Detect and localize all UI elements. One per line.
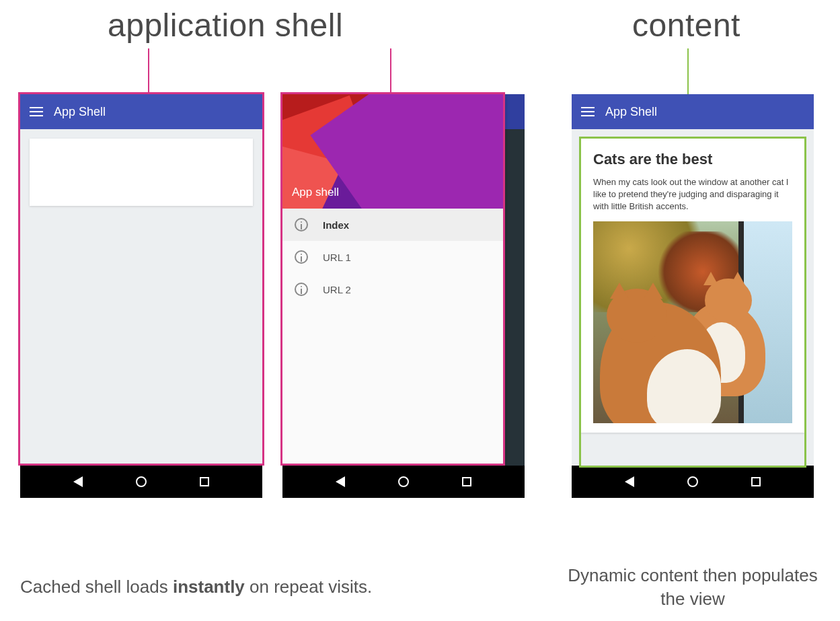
drawer-item-url1[interactable]: URL 1 (282, 241, 503, 273)
android-navbar (20, 466, 262, 498)
hamburger-icon[interactable] (581, 107, 595, 116)
content-card: Cats are the best When my cats look out … (581, 139, 804, 433)
caption-shell-strong: instantly (173, 577, 245, 597)
caption-shell: Cached shell loads instantly on repeat v… (20, 575, 504, 599)
phone-body: Cats are the best When my cats look out … (572, 129, 814, 466)
recents-icon[interactable] (462, 477, 471, 486)
back-icon[interactable] (73, 476, 83, 487)
android-navbar (572, 466, 814, 498)
phone-shell-empty: App Shell (20, 94, 262, 498)
home-icon[interactable] (687, 476, 698, 487)
phone-shell-drawer: App shell Index URL 1 URL (282, 94, 525, 498)
recents-icon[interactable] (200, 477, 209, 486)
placeholder-card (30, 139, 253, 206)
phone-content: App Shell Cats are the best When my cats… (572, 94, 814, 498)
article-title: Cats are the best (593, 151, 792, 168)
caption-shell-pre: Cached shell loads (20, 577, 173, 597)
label-application-shell: application shell (108, 7, 343, 44)
label-content: content (632, 7, 740, 44)
caption-shell-post: on repeat visits. (245, 577, 372, 597)
appbar-title: App Shell (605, 105, 657, 119)
info-icon (295, 218, 308, 231)
nav-drawer: App shell Index URL 1 URL (282, 94, 503, 466)
drawer-item-label: Index (323, 219, 349, 231)
drawer-header: App shell (282, 94, 503, 209)
connector-line-middle (390, 48, 391, 97)
phone-body (20, 129, 262, 466)
connector-line-left (148, 48, 149, 97)
home-icon[interactable] (136, 476, 147, 487)
article-body: When my cats look out the window at anot… (593, 176, 792, 213)
article-image (593, 221, 792, 423)
back-icon[interactable] (336, 476, 345, 487)
android-navbar (282, 466, 525, 498)
drawer-item-url2[interactable]: URL 2 (282, 273, 503, 305)
recents-icon[interactable] (751, 477, 761, 486)
drawer-header-title: App shell (292, 186, 339, 199)
appbar: App Shell (572, 94, 814, 129)
drawer-item-index[interactable]: Index (282, 209, 503, 241)
info-icon (295, 250, 308, 264)
hamburger-icon[interactable] (30, 107, 43, 116)
drawer-list: Index URL 1 URL 2 (282, 209, 503, 466)
caption-content: Dynamic content then populates the view (565, 564, 820, 611)
appbar: App Shell (20, 94, 262, 129)
appbar-title: App Shell (54, 105, 106, 119)
info-icon (295, 283, 308, 296)
scrim (504, 129, 525, 466)
drawer-item-label: URL 1 (323, 252, 351, 263)
drawer-item-label: URL 2 (323, 284, 351, 295)
home-icon[interactable] (398, 476, 409, 487)
back-icon[interactable] (625, 476, 634, 487)
